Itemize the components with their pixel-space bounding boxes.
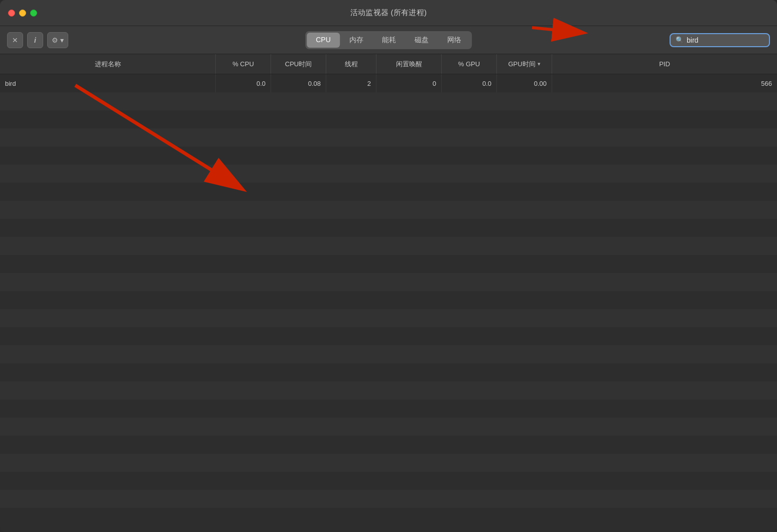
tab-cpu[interactable]: CPU xyxy=(307,33,340,48)
cell-gpu-time: 0.00 xyxy=(497,74,552,92)
cell-process-name: bird xyxy=(0,74,216,92)
table-row xyxy=(0,110,777,128)
col-gpu-time[interactable]: GPU时间 ▾ xyxy=(497,54,552,74)
toolbar: ✕ i ⚙ ▾ CPU 内存 能耗 磁盘 网络 xyxy=(0,26,777,54)
cell-cpu-pct: 0.0 xyxy=(216,74,271,92)
table-row xyxy=(0,92,777,110)
table-header: 进程名称 % CPU CPU时间 线程 闲置唤醒 % GPU GPU时间 ▾ P… xyxy=(0,54,777,74)
cell-threads: 2 xyxy=(326,74,376,92)
table-row xyxy=(0,381,777,400)
table-row xyxy=(0,273,777,291)
table-row xyxy=(0,454,777,472)
table-row xyxy=(0,327,777,345)
col-process-name[interactable]: 进程名称 xyxy=(0,54,216,74)
minimize-button[interactable] xyxy=(19,10,26,17)
table-row xyxy=(0,345,777,363)
table-row xyxy=(0,237,777,255)
table-row xyxy=(0,490,777,508)
table-row xyxy=(0,255,777,273)
col-pid[interactable]: PID xyxy=(552,54,777,74)
table-row xyxy=(0,472,777,490)
search-icon: 🔍 xyxy=(676,36,684,44)
tab-group: CPU 内存 能耗 磁盘 网络 xyxy=(305,31,472,49)
search-input[interactable] xyxy=(687,36,764,44)
table-row xyxy=(0,201,777,219)
col-idle-wake[interactable]: 闲置唤醒 xyxy=(376,54,442,74)
sort-arrow-icon: ▾ xyxy=(538,61,541,67)
col-cpu-pct[interactable]: % CPU xyxy=(216,54,271,74)
table-row xyxy=(0,165,777,183)
table-row xyxy=(0,309,777,327)
tab-network[interactable]: 网络 xyxy=(438,33,470,48)
main-window: 活动监视器 (所有进程) ✕ i ⚙ ▾ CPU 内存 能耗 磁盘 xyxy=(0,0,777,532)
gear-icon: ⚙ xyxy=(52,36,58,44)
window-title: 活动监视器 (所有进程) xyxy=(350,8,427,18)
table-row xyxy=(0,183,777,201)
table-row xyxy=(0,219,777,237)
table-row xyxy=(0,363,777,381)
table-row xyxy=(0,436,777,454)
col-threads[interactable]: 线程 xyxy=(326,54,376,74)
cell-idle-wake: 0 xyxy=(376,74,442,92)
traffic-lights xyxy=(8,10,37,17)
cell-pid: 566 xyxy=(552,74,777,92)
table-row[interactable]: bird 0.0 0.08 2 0 0.0 0.00 566 xyxy=(0,74,777,92)
col-gpu-pct[interactable]: % GPU xyxy=(442,54,497,74)
table-row xyxy=(0,147,777,165)
tab-disk[interactable]: 磁盘 xyxy=(406,33,438,48)
table-row xyxy=(0,400,777,418)
titlebar: 活动监视器 (所有进程) xyxy=(0,0,777,26)
table-row xyxy=(0,291,777,309)
info-button[interactable]: i xyxy=(27,32,43,48)
col-cpu-time[interactable]: CPU时间 xyxy=(271,54,326,74)
cell-cpu-time: 0.08 xyxy=(271,74,326,92)
table-body: bird 0.0 0.08 2 0 0.0 0.00 566 xyxy=(0,74,777,532)
gear-button[interactable]: ⚙ ▾ xyxy=(47,32,68,48)
search-box: 🔍 xyxy=(670,33,770,47)
gear-arrow-icon: ▾ xyxy=(60,36,64,44)
table-row xyxy=(0,418,777,436)
close-button[interactable] xyxy=(8,10,15,17)
close-process-button[interactable]: ✕ xyxy=(7,32,23,48)
x-icon: ✕ xyxy=(12,36,18,44)
info-icon: i xyxy=(34,36,36,44)
cell-gpu-pct: 0.0 xyxy=(442,74,497,92)
table-row xyxy=(0,128,777,147)
tab-memory[interactable]: 内存 xyxy=(340,33,372,48)
tab-energy[interactable]: 能耗 xyxy=(373,33,405,48)
maximize-button[interactable] xyxy=(30,10,37,17)
